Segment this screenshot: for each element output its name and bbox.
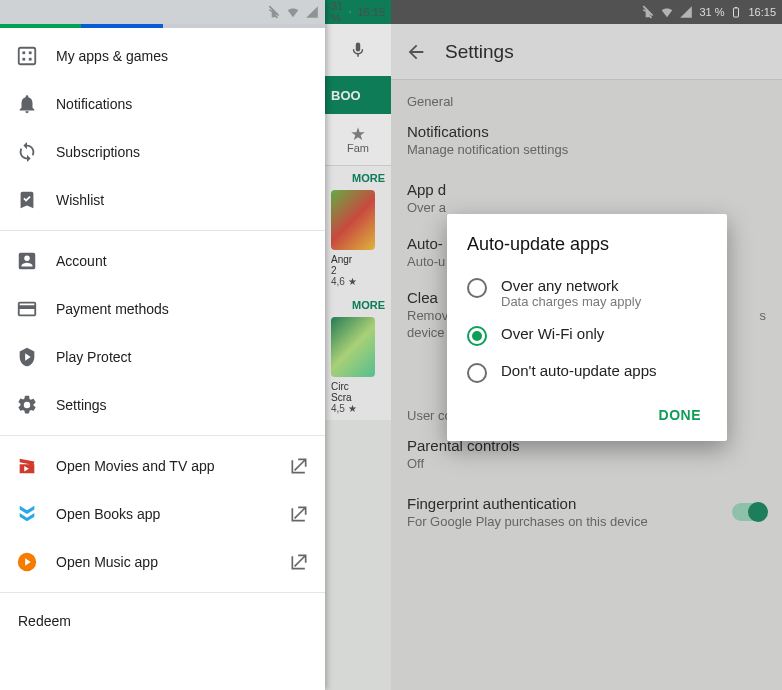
mic-icon [349, 41, 367, 59]
app-card[interactable]: Angr 2 4,6 ★ [325, 186, 391, 293]
signal-icon [305, 5, 319, 19]
bell-icon [16, 93, 56, 115]
music-icon [16, 551, 56, 573]
svg-rect-0 [19, 48, 36, 65]
open-external-icon [289, 504, 309, 524]
wifi-icon [286, 5, 300, 19]
battery-icon [349, 6, 351, 18]
drawer-item-label: Settings [56, 397, 107, 413]
svg-rect-8 [734, 8, 739, 17]
radio-icon [467, 363, 487, 383]
app-title: Angr [331, 254, 352, 265]
drawer-item-label: Open Movies and TV app [56, 458, 215, 474]
app-bar: Settings [391, 24, 782, 80]
bookmark-check-icon [16, 189, 56, 211]
books-icon [16, 503, 56, 525]
divider [0, 435, 325, 436]
svg-rect-4 [29, 58, 32, 61]
drawer-item-subscriptions[interactable]: Subscriptions [0, 128, 325, 176]
account-box-icon [16, 250, 56, 272]
drawer-item-label: Notifications [56, 96, 132, 112]
svg-rect-2 [29, 51, 32, 54]
drawer-item-open-books[interactable]: Open Books app [0, 490, 325, 538]
svg-rect-9 [735, 7, 737, 8]
drawer-item-wishlist[interactable]: Wishlist [0, 176, 325, 224]
clock-text: 16:15 [357, 6, 385, 18]
radio-option-any-network[interactable]: Over any network Data charges may apply [467, 269, 707, 317]
drawer-list: My apps & games Notifications Subscripti… [0, 28, 325, 643]
drawer-item-label: Open Music app [56, 554, 158, 570]
apps-grid-icon [16, 45, 56, 67]
drawer-item-settings[interactable]: Settings [0, 381, 325, 429]
radio-option-wifi-only[interactable]: Over Wi-Fi only [467, 317, 707, 354]
drawer-tab-accent [0, 24, 325, 28]
clock-text: 16:15 [748, 6, 776, 18]
drawer-item-play-protect[interactable]: Play Protect [0, 333, 325, 381]
app-rating: 4,6 ★ [331, 276, 357, 287]
section-header-general: General [391, 80, 782, 113]
status-bar: 31 % 16:15 [391, 0, 782, 24]
battery-icon [730, 6, 742, 18]
radio-icon [467, 326, 487, 346]
drawer-item-open-movies[interactable]: Open Movies and TV app [0, 442, 325, 490]
drawer-item-label: Payment methods [56, 301, 169, 317]
settings-row-fingerprint[interactable]: Fingerprint authentication For Google Pl… [391, 485, 782, 543]
fingerprint-toggle[interactable] [732, 503, 766, 521]
drawer-item-label: My apps & games [56, 48, 168, 64]
done-button[interactable]: DONE [653, 399, 707, 431]
more-link[interactable]: MORE [352, 299, 385, 311]
navigation-drawer: My apps & games Notifications Subscripti… [0, 0, 325, 690]
drawer-item-open-music[interactable]: Open Music app [0, 538, 325, 586]
drawer-item-label: Redeem [18, 613, 71, 629]
category-family[interactable]: Fam [325, 114, 391, 166]
more-link[interactable]: MORE [352, 172, 385, 184]
open-external-icon [289, 552, 309, 572]
divider [0, 230, 325, 231]
drawer-item-account[interactable]: Account [0, 237, 325, 285]
app-thumbnail [331, 317, 375, 377]
status-bar: 31 % 16:15 [325, 0, 391, 24]
drawer-item-my-apps[interactable]: My apps & games [0, 32, 325, 80]
vibrate-mute-icon [267, 5, 281, 19]
gear-icon [16, 394, 56, 416]
divider [0, 592, 325, 593]
background-store-peek: 31 % 16:15 BOO Fam MORE Angr 2 4,6 ★ MOR… [325, 0, 391, 690]
drawer-item-label: Wishlist [56, 192, 104, 208]
back-button[interactable] [405, 41, 427, 63]
svg-rect-1 [22, 51, 25, 54]
drawer-item-notifications[interactable]: Notifications [0, 80, 325, 128]
radio-icon [467, 278, 487, 298]
dialog-title: Auto-update apps [467, 234, 707, 255]
drawer-item-redeem[interactable]: Redeem [0, 599, 325, 643]
settings-row-notifications[interactable]: Notifications Manage notification settin… [391, 113, 782, 171]
star-icon [350, 126, 366, 142]
drawer-item-label: Play Protect [56, 349, 131, 365]
drawer-item-payment[interactable]: Payment methods [0, 285, 325, 333]
drawer-item-label: Subscriptions [56, 144, 140, 160]
svg-rect-6 [350, 11, 351, 13]
drawer-item-label: Open Books app [56, 506, 160, 522]
radio-option-dont-update[interactable]: Don't auto-update apps [467, 354, 707, 391]
store-tab-books[interactable]: BOO [325, 76, 391, 114]
app-thumbnail [331, 190, 375, 250]
page-title: Settings [445, 41, 514, 63]
app-card[interactable]: Circ Scra 4,5 ★ [325, 313, 391, 420]
app-title: Circ [331, 381, 349, 392]
movies-icon [16, 455, 56, 477]
signal-icon [679, 5, 693, 19]
open-external-icon [289, 456, 309, 476]
battery-text: 31 % [331, 0, 343, 24]
battery-text: 31 % [699, 6, 724, 18]
status-bar [0, 0, 325, 24]
vibrate-mute-icon [641, 5, 655, 19]
auto-update-dialog: Auto-update apps Over any network Data c… [447, 214, 727, 441]
wifi-icon [660, 5, 674, 19]
search-bar-peek[interactable] [325, 24, 391, 76]
drawer-item-label: Account [56, 253, 107, 269]
svg-rect-3 [22, 58, 25, 61]
refresh-icon [16, 141, 56, 163]
shield-play-icon [16, 346, 56, 368]
app-rating: 4,5 ★ [331, 403, 357, 414]
credit-card-icon [16, 298, 56, 320]
